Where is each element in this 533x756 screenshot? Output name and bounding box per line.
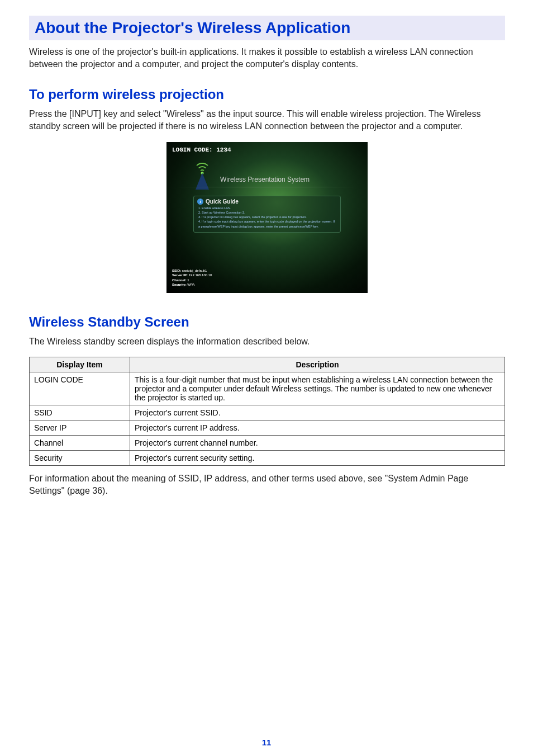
cell-item: LOGIN CODE xyxy=(30,372,130,405)
cell-item: Security xyxy=(30,450,130,465)
qg-step: 1. Enable wireless LAN. xyxy=(197,206,337,210)
quick-guide-list: 1. Enable wireless LAN. 2. Start up Wire… xyxy=(197,206,337,229)
cell-desc: Projector's current SSID. xyxy=(130,405,505,420)
table-row: SSID Projector's current SSID. xyxy=(30,405,505,420)
cell-item: SSID xyxy=(30,405,130,420)
section-1-body: Press the [INPUT] key and select "Wirele… xyxy=(29,108,505,133)
system-title: Wireless Presentation System xyxy=(220,176,310,183)
th-description: Description xyxy=(130,357,505,372)
section-2-body: The Wireless standby screen displays the… xyxy=(29,336,505,348)
table-row: LOGIN CODE This is a four-digit number t… xyxy=(30,372,505,405)
server-ip-value: 192.168.100.10 xyxy=(189,273,212,277)
cell-item: Channel xyxy=(30,435,130,450)
section-2-heading: Wireless Standby Screen xyxy=(29,314,505,330)
server-ip-label: Server IP: xyxy=(172,273,188,277)
channel-value: 1 xyxy=(187,278,189,282)
channel-label: Channel: xyxy=(172,278,187,282)
page-number: 11 xyxy=(262,738,272,747)
security-label: Security: xyxy=(172,283,187,286)
wifi-icon xyxy=(192,162,213,190)
page-title: About the Projector's Wireless Applicati… xyxy=(35,19,499,37)
cell-desc: Projector's current security setting. xyxy=(130,450,505,465)
cell-desc: This is a four-digit number that must be… xyxy=(130,372,505,405)
intro-paragraph: Wireless is one of the projector's built… xyxy=(29,46,505,71)
title-banner: About the Projector's Wireless Applicati… xyxy=(29,16,505,40)
ssid-label: SSID: xyxy=(172,269,181,272)
after-table-note: For information about the meaning of SSI… xyxy=(29,472,505,498)
cell-desc: Projector's current IP address. xyxy=(130,420,505,435)
login-code-label: LOGIN CODE: 1234 xyxy=(172,147,231,153)
qg-step: 3. If a projector list dialog box appear… xyxy=(197,215,337,219)
th-display-item: Display Item xyxy=(30,357,130,372)
quick-guide-header: i Quick Guide xyxy=(197,199,337,205)
title-underline xyxy=(166,187,368,187)
connection-info: SSID: casiolpj_default1 Server IP: 192.1… xyxy=(172,268,212,287)
info-icon: i xyxy=(197,199,203,205)
table-row: Security Projector's current security se… xyxy=(30,450,505,465)
security-value: WPA xyxy=(187,283,194,286)
cell-desc: Projector's current channel number. xyxy=(130,435,505,450)
quick-guide-title: Quick Guide xyxy=(206,199,239,205)
qg-step: 4. If a login code input dialog box appe… xyxy=(197,219,337,229)
cell-item: Server IP xyxy=(30,420,130,435)
standby-screenshot: LOGIN CODE: 1234 Wireless Presentation S… xyxy=(166,142,368,293)
table-row: Server IP Projector's current IP address… xyxy=(30,420,505,435)
section-1-heading: To perform wireless projection xyxy=(29,87,505,102)
quick-guide-panel: i Quick Guide 1. Enable wireless LAN. 2.… xyxy=(193,196,341,233)
standby-table: Display Item Description LOGIN CODE This… xyxy=(29,357,505,466)
table-row: Channel Projector's current channel numb… xyxy=(30,435,505,450)
ssid-value: casiolpj_default1 xyxy=(182,269,207,272)
qg-step: 2. Start up Wireless Connection 3. xyxy=(197,210,337,215)
